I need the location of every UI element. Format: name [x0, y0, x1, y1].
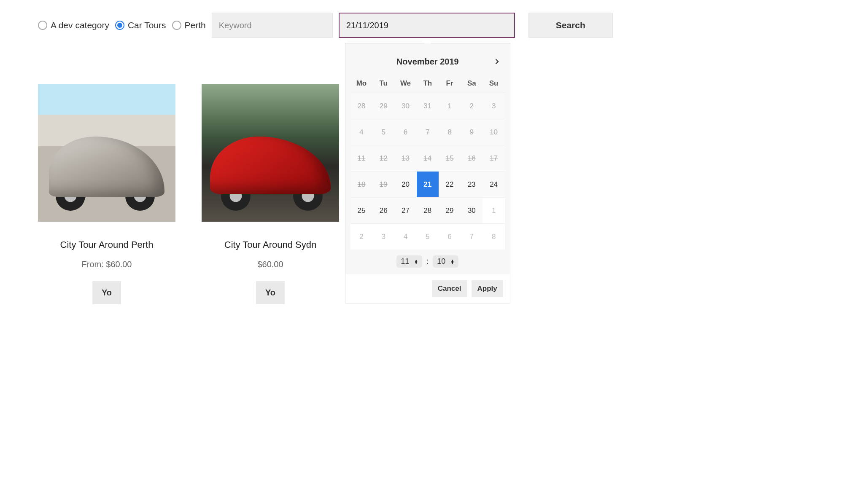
next-month-button[interactable]: [493, 58, 501, 65]
product-card: City Tour Around PerthFrom: $60.00Yo: [38, 84, 175, 304]
cancel-button[interactable]: Cancel: [432, 280, 467, 297]
time-separator: :: [426, 257, 429, 266]
product-action-button[interactable]: Yo: [256, 281, 285, 304]
date-field-wrapper: November 2019 MoTuWeThFrSaSu 28293031123…: [339, 13, 515, 38]
calendar-month-label: November 2019: [396, 57, 459, 67]
calendar-dow: Th: [417, 74, 439, 93]
calendar-day[interactable]: 7: [461, 223, 483, 250]
calendar-day: 30: [394, 93, 416, 119]
calendar-day: 15: [439, 145, 461, 171]
calendar-day: 6: [394, 119, 416, 145]
search-bar: A dev categoryCar ToursPerth November 20…: [38, 13, 830, 38]
calendar-day: 28: [350, 93, 372, 119]
stepper-arrows-icon: ▲▼: [450, 259, 454, 264]
calendar-day[interactable]: 20: [394, 171, 416, 197]
calendar-day: 29: [372, 93, 394, 119]
time-picker: 11 ▲▼ : 10 ▲▼: [350, 250, 505, 268]
calendar-day: 2: [461, 93, 483, 119]
calendar-day[interactable]: 1: [483, 197, 504, 223]
radio-icon: [38, 21, 47, 30]
calendar-day: 4: [350, 119, 372, 145]
minute-spinner[interactable]: 10 ▲▼: [433, 255, 458, 268]
category-radio-group: A dev categoryCar ToursPerth: [38, 20, 206, 30]
calendar-day[interactable]: 26: [372, 197, 394, 223]
calendar-day: 3: [483, 93, 504, 119]
calendar-day: 8: [439, 119, 461, 145]
calendar-day[interactable]: 24: [483, 171, 504, 197]
calendar-day[interactable]: 5: [417, 223, 439, 250]
radio-label: A dev category: [51, 20, 109, 30]
date-input[interactable]: [339, 13, 515, 38]
category-radio[interactable]: A dev category: [38, 20, 109, 30]
calendar-dow: Tu: [372, 74, 394, 93]
calendar-day[interactable]: 25: [350, 197, 372, 223]
radio-label: Car Tours: [128, 20, 166, 30]
stepper-arrows-icon: ▲▼: [414, 259, 418, 264]
calendar-dow: Mo: [350, 74, 372, 93]
date-picker-popup: November 2019 MoTuWeThFrSaSu 28293031123…: [345, 43, 510, 303]
calendar-day: 11: [350, 145, 372, 171]
radio-icon: [172, 21, 181, 30]
calendar-day[interactable]: 6: [439, 223, 461, 250]
calendar-day: 9: [461, 119, 483, 145]
calendar-day: 16: [461, 145, 483, 171]
calendar-day[interactable]: 21: [417, 171, 439, 197]
product-image[interactable]: [38, 84, 175, 222]
calendar-dow: Su: [483, 74, 504, 93]
calendar-day[interactable]: 8: [483, 223, 504, 250]
calendar-day[interactable]: 4: [394, 223, 416, 250]
calendar-day: 14: [417, 145, 439, 171]
calendar-day[interactable]: 2: [350, 223, 372, 250]
product-title[interactable]: City Tour Around Perth: [38, 239, 175, 250]
calendar-day: 7: [417, 119, 439, 145]
calendar-day[interactable]: 30: [461, 197, 483, 223]
category-radio[interactable]: Car Tours: [115, 20, 166, 30]
product-title[interactable]: City Tour Around Sydn: [202, 239, 339, 250]
calendar-day: 13: [394, 145, 416, 171]
calendar-day[interactable]: 29: [439, 197, 461, 223]
hour-value: 11: [401, 257, 409, 266]
calendar-day: 17: [483, 145, 504, 171]
calendar-day: 1: [439, 93, 461, 119]
calendar-dow: Sa: [461, 74, 483, 93]
radio-label: Perth: [185, 20, 206, 30]
product-image[interactable]: [202, 84, 339, 222]
calendar-day[interactable]: 22: [439, 171, 461, 197]
keyword-input[interactable]: [212, 13, 333, 38]
hour-spinner[interactable]: 11 ▲▼: [396, 255, 422, 268]
product-price: $60.00: [202, 260, 339, 269]
calendar-dow: Fr: [439, 74, 461, 93]
product-card: City Tour Around Sydn$60.00Yo: [202, 84, 339, 304]
category-radio[interactable]: Perth: [172, 20, 206, 30]
calendar-day[interactable]: 3: [372, 223, 394, 250]
apply-button[interactable]: Apply: [472, 280, 503, 297]
calendar-day: 18: [350, 171, 372, 197]
calendar-day[interactable]: 23: [461, 171, 483, 197]
chevron-right-icon: [493, 58, 501, 65]
radio-icon: [115, 21, 124, 30]
search-button[interactable]: Search: [528, 13, 613, 38]
calendar-day[interactable]: 28: [417, 197, 439, 223]
minute-value: 10: [437, 257, 445, 266]
calendar-dow: We: [394, 74, 416, 93]
product-action-button[interactable]: Yo: [92, 281, 121, 304]
calendar-day[interactable]: 27: [394, 197, 416, 223]
calendar-day: 12: [372, 145, 394, 171]
calendar-day: 19: [372, 171, 394, 197]
calendar-day: 31: [417, 93, 439, 119]
product-price: From: $60.00: [38, 260, 175, 269]
calendar-day: 10: [483, 119, 504, 145]
calendar-day: 5: [372, 119, 394, 145]
